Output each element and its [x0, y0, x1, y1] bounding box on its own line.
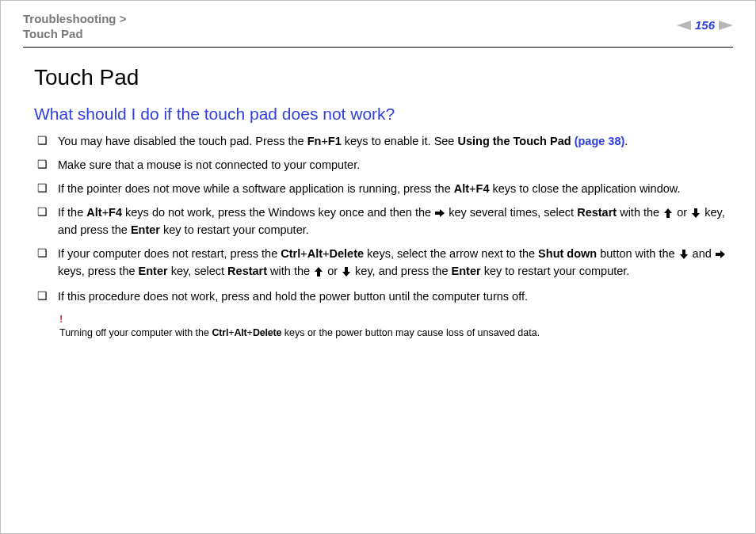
key-label: Delete — [330, 247, 365, 260]
bullet-list: You may have disabled the touch pad. Pre… — [34, 133, 733, 312]
text: + — [469, 182, 475, 195]
list-item: Make sure that a mouse is not connected … — [34, 157, 733, 181]
svg-marker-0 — [677, 21, 691, 30]
key-label: Ctrl — [212, 327, 228, 338]
text: If your computer does not restart, press… — [58, 247, 281, 260]
arrow-up-icon — [662, 206, 674, 222]
section-question: What should I do if the touch pad does n… — [34, 102, 733, 125]
text: . — [624, 135, 628, 147]
page-number: 156 — [694, 17, 716, 33]
key-label: Restart — [227, 265, 267, 277]
triangle-right-icon — [719, 21, 733, 30]
prev-page-button[interactable] — [677, 21, 691, 30]
text: keys or the power button may cause loss … — [281, 327, 540, 338]
warning-icon: ! — [59, 312, 733, 326]
breadcrumb-section-link[interactable]: Troubleshooting — [23, 12, 116, 25]
text: key several times, select — [445, 206, 577, 219]
warning-text: Turning off your computer with the Ctrl+… — [59, 326, 733, 341]
text: key, and press the — [352, 265, 451, 277]
text: + — [102, 206, 109, 219]
link-label: Using the Touch Pad — [457, 135, 574, 147]
list-item: If the Alt+F4 keys do not work, press th… — [34, 204, 733, 246]
arrow-up-icon — [313, 265, 324, 280]
list-item: If the pointer does not move while a sof… — [34, 181, 733, 204]
arrow-right-icon — [434, 206, 445, 222]
key-label: F4 — [476, 182, 490, 195]
text: keys, select the arrow next to the — [364, 247, 538, 260]
text: You may have disabled the touch pad. Pre… — [58, 135, 307, 147]
text: + — [228, 327, 234, 338]
text: or — [324, 265, 341, 277]
triangle-left-icon — [677, 21, 691, 30]
arrow-down-icon — [341, 265, 352, 280]
breadcrumb-page-link[interactable]: Touch Pad — [23, 27, 83, 40]
text: + — [300, 247, 307, 260]
arrow-right-icon — [715, 247, 726, 263]
key-label: Enter — [139, 265, 168, 277]
key-label: Alt — [86, 206, 101, 219]
key-label: Delete — [253, 327, 281, 338]
text: + — [321, 135, 327, 147]
page-title: Touch Pad — [34, 62, 733, 93]
key-label: Enter — [131, 223, 160, 236]
text: Turning off your computer with the — [59, 327, 212, 338]
key-label: Enter — [452, 265, 481, 277]
document-page: Troubleshooting > Touch Pad 156 Touch Pa… — [0, 0, 756, 534]
key-label: F4 — [109, 206, 122, 219]
page-reference-link[interactable]: (page 38) — [575, 135, 625, 147]
text: keys to close the application window. — [489, 182, 680, 195]
key-label: Alt — [454, 182, 469, 195]
page-navigator: 156 — [677, 12, 733, 33]
text: + — [247, 327, 253, 338]
arrow-down-icon — [678, 247, 689, 263]
text: + — [323, 247, 329, 260]
warning-note: ! Turning off your computer with the Ctr… — [34, 312, 733, 341]
key-label: Alt — [307, 247, 323, 260]
breadcrumb-page: Touch Pad — [23, 27, 83, 40]
key-label: Fn — [307, 135, 322, 147]
text: key to restart your computer. — [481, 265, 630, 277]
text: with the — [617, 206, 662, 219]
breadcrumb-section: Troubleshooting — [23, 12, 116, 25]
list-item: You may have disabled the touch pad. Pre… — [34, 133, 733, 157]
text: or — [674, 206, 690, 219]
svg-marker-1 — [719, 21, 733, 30]
key-label: Shut down — [538, 247, 597, 260]
list-item: If your computer does not restart, press… — [34, 246, 733, 288]
text: key, select — [168, 265, 227, 277]
next-page-button[interactable] — [719, 21, 733, 30]
key-label: Ctrl — [281, 247, 300, 260]
page-header: Troubleshooting > Touch Pad 156 — [23, 12, 733, 48]
list-item: If this procedure does not work, press a… — [34, 288, 733, 312]
breadcrumb-sep: > — [116, 12, 127, 25]
page-content: Touch Pad What should I do if the touch … — [23, 48, 733, 341]
breadcrumb: Troubleshooting > Touch Pad — [23, 12, 126, 42]
key-label: Restart — [577, 206, 617, 219]
text: with the — [267, 265, 313, 277]
text: If the — [58, 206, 86, 219]
text: keys to enable it. See — [342, 135, 458, 147]
key-label: Alt — [235, 327, 247, 338]
arrow-down-icon — [690, 206, 701, 222]
text: keys do not work, press the Windows key … — [122, 206, 434, 219]
text: If the pointer does not move while a sof… — [58, 182, 454, 195]
text: keys, press the — [58, 265, 139, 277]
text: key to restart your computer. — [160, 223, 309, 236]
text: and — [689, 247, 715, 260]
key-label: F1 — [328, 135, 342, 147]
text: button with the — [597, 247, 678, 260]
